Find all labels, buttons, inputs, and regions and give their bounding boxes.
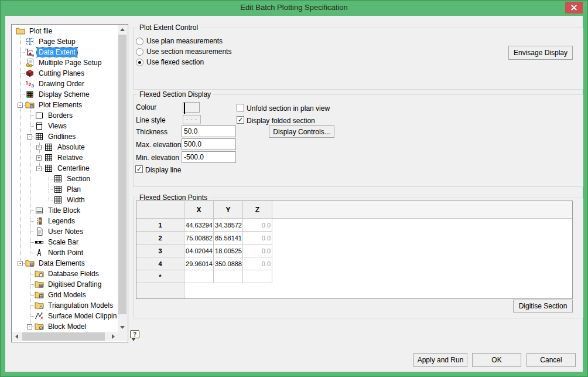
colour-swatch-button[interactable] <box>183 102 200 113</box>
tree-item-digitised-drafting[interactable]: Digitised Drafting <box>12 279 118 290</box>
scroll-left-icon[interactable] <box>15 334 18 339</box>
tree-item-scale-bar[interactable]: Scale Bar <box>12 237 118 247</box>
tree-item-multiple-page-setup[interactable]: Multiple Page Setup <box>12 57 118 68</box>
unfold-section-checkbox[interactable] <box>237 104 244 111</box>
column-header-z[interactable]: Z <box>243 201 272 219</box>
tree-item-label[interactable]: North Point <box>46 248 85 257</box>
tree-item-label[interactable]: Relative <box>56 153 84 162</box>
radio-button[interactable] <box>136 59 143 66</box>
tree-item-label[interactable]: Title Block <box>46 206 82 215</box>
point-cell-y[interactable]: 34.38572 <box>214 219 243 232</box>
max-elevation-input[interactable] <box>182 138 236 150</box>
tree-item-data-extent[interactable]: yxData Extent <box>12 47 118 57</box>
tree-item-absolute[interactable]: +Absolute <box>12 142 118 152</box>
radio-button[interactable] <box>136 48 143 56</box>
collapse-icon[interactable]: - <box>27 324 32 330</box>
tree-item-cutting-planes[interactable]: Cutting Planes <box>12 68 118 79</box>
digitise-section-button[interactable]: Digitise Section <box>513 300 573 313</box>
point-cell-z[interactable]: 0.0 <box>243 232 272 244</box>
tree-item-drawing-order[interactable]: 123Drawing Order <box>12 79 118 89</box>
tree-item-label[interactable]: Page Setup <box>37 37 77 46</box>
row-header-*[interactable]: * <box>136 270 184 283</box>
tree-item-label[interactable]: Plan <box>65 185 83 194</box>
cancel-button[interactable]: Cancel <box>527 353 576 367</box>
tree-item-label[interactable]: Block Model <box>46 322 88 331</box>
apply-and-run-button[interactable]: Apply and Run <box>413 353 467 367</box>
tree-item-label[interactable]: Centerline <box>56 164 91 173</box>
tree-item-label[interactable]: Drawing Order <box>37 79 86 89</box>
tree-item-database-fields[interactable]: Database Fields <box>12 269 118 279</box>
row-header-2[interactable]: 2 <box>136 232 184 244</box>
point-cell-y[interactable]: 85.58141 <box>214 232 243 244</box>
tree-item-width[interactable]: Width <box>12 195 118 205</box>
tree-item-label[interactable]: Multiple Page Setup <box>37 58 103 67</box>
point-cell-z[interactable] <box>243 270 272 283</box>
tree-item-label[interactable]: Gridlines <box>46 132 77 141</box>
tree-item-relative[interactable]: +Relative <box>12 152 118 163</box>
tree-item-label[interactable]: Views <box>46 121 69 131</box>
tree-item-borders[interactable]: Borders <box>12 110 118 121</box>
scroll-down-icon[interactable] <box>120 326 125 329</box>
tree-item-grid-models[interactable]: Grid Models <box>12 290 118 300</box>
tree-item-data-elements[interactable]: -Data Elements <box>12 258 118 269</box>
tree-item-label[interactable]: Display Scheme <box>37 90 91 99</box>
line-style-button[interactable]: - - - <box>183 115 201 124</box>
help-button[interactable]: ? <box>130 330 140 342</box>
expand-icon[interactable]: + <box>36 155 42 161</box>
tree-item-label[interactable]: Plot Elements <box>37 100 84 110</box>
display-folded-checkbox[interactable] <box>237 116 244 124</box>
tree-item-section[interactable]: Section <box>12 174 118 184</box>
expand-icon[interactable]: + <box>36 145 42 150</box>
point-cell-x[interactable]: 75.00882 <box>184 232 214 244</box>
tree-item-user-notes[interactable]: User Notes <box>12 226 118 237</box>
tree-item-display-scheme[interactable]: Display Scheme <box>12 89 118 100</box>
thickness-input[interactable] <box>182 125 236 137</box>
tree-item-block-model[interactable]: -Block Model <box>12 321 118 332</box>
tree-item-plot-file[interactable]: Plot file <box>12 26 118 36</box>
collapse-icon[interactable]: - <box>18 103 23 108</box>
tree-item-label[interactable]: Plot file <box>28 26 54 36</box>
tree-horizontal-scrollbar[interactable] <box>12 332 118 341</box>
scroll-up-icon[interactable] <box>120 28 125 31</box>
tree-item-triangulation-models[interactable]: Triangulation Models <box>12 300 118 311</box>
vertical-scroll-thumb[interactable] <box>118 35 127 314</box>
display-line-checkbox[interactable] <box>135 165 143 173</box>
point-cell-x[interactable] <box>184 270 214 283</box>
tree-item-label[interactable]: Database Fields <box>46 269 101 278</box>
tree-item-label[interactable]: Triangulation Models <box>46 301 115 310</box>
tree-item-label[interactable]: Cutting Planes <box>37 69 86 78</box>
column-header-x[interactable]: X <box>184 201 214 219</box>
display-controls-button[interactable]: Display Controls... <box>269 125 334 138</box>
tree-item-label[interactable]: Digitised Drafting <box>46 280 103 289</box>
tree-item-plot-elements[interactable]: -Plot Elements <box>12 100 118 110</box>
point-cell-y[interactable]: 18.00525 <box>214 244 243 257</box>
tree-item-label[interactable]: Width <box>65 195 87 205</box>
horizontal-scroll-thumb[interactable] <box>22 332 105 341</box>
collapse-icon[interactable]: - <box>27 134 32 140</box>
tree-item-centerline[interactable]: -Centerline <box>12 163 118 174</box>
point-cell-x[interactable]: 44.63294 <box>184 219 214 232</box>
tree-item-label[interactable]: Data Extent <box>37 47 77 57</box>
point-cell-x[interactable]: 04.02044 <box>184 244 214 257</box>
envisage-display-button[interactable]: Envisage Display <box>508 46 573 60</box>
tree-item-page-setup[interactable]: Page Setup <box>12 36 118 47</box>
radio-label[interactable]: Use flexed section <box>146 58 204 66</box>
row-header-1[interactable]: 1 <box>136 219 184 232</box>
table-corner-cell[interactable] <box>136 201 184 219</box>
radio-label[interactable]: Use plan measurements <box>146 37 223 45</box>
tree-vertical-scrollbar[interactable] <box>118 25 127 332</box>
column-header-y[interactable]: Y <box>214 201 243 219</box>
scroll-right-icon[interactable] <box>112 334 115 339</box>
point-cell-y[interactable]: 350.0888 <box>214 257 243 270</box>
radio-label[interactable]: Use section measurements <box>146 47 231 56</box>
tree-item-label[interactable]: Scale Bar <box>46 237 80 247</box>
point-cell-z[interactable]: 0.0 <box>243 219 272 232</box>
row-header-4[interactable]: 4 <box>136 257 184 270</box>
point-cell-y[interactable] <box>214 270 243 283</box>
close-button[interactable] <box>565 2 583 13</box>
tree-item-label[interactable]: Surface Model Clippin <box>46 311 118 321</box>
radio-button[interactable] <box>136 38 143 45</box>
tree-item-label[interactable]: Borders <box>46 111 74 120</box>
tree-item-surface-model-clippin[interactable]: Surface Model Clippin <box>12 311 118 321</box>
ok-button[interactable]: OK <box>472 353 521 367</box>
